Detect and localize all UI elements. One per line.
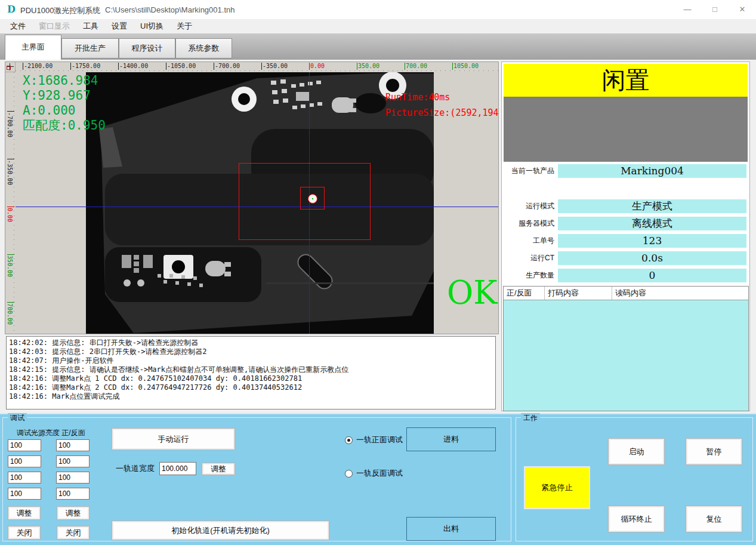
h-ruler-tick-label: -1400.00: [119, 63, 148, 69]
radio-front-circle[interactable]: [345, 436, 353, 444]
h-ruler-tick: [214, 63, 214, 70]
menu-ui-switch[interactable]: UI切换: [134, 19, 170, 33]
h-ruler-tick: [261, 63, 262, 70]
work-groupbox: 工作 紧急停止 启动 暂停 循环终止 复位: [516, 417, 753, 541]
work-order-label: 工单号: [502, 234, 554, 248]
close-light-back-button[interactable]: 关闭: [57, 526, 90, 540]
menu-tools[interactable]: 工具: [76, 19, 105, 33]
h-ruler-tick: [309, 63, 310, 70]
col-read-content: 读码内容: [612, 287, 748, 300]
camera-viewer-panel: -2100.00-1750.00-1400.00-1050.00-700.00-…: [5, 61, 499, 334]
h-ruler-tick-label: -1050.00: [167, 63, 196, 69]
brightness-input-col2-1[interactable]: [56, 455, 90, 467]
radio-track-front-debug[interactable]: 一轨正面调试: [345, 435, 403, 445]
close-light-front-button[interactable]: 关闭: [8, 526, 41, 540]
tab-system-params[interactable]: 系统参数: [175, 38, 232, 58]
menu-window-display: 窗口显示: [32, 19, 76, 33]
v-ruler-tick-label: -700.00: [7, 112, 13, 137]
brightness-input-col2-3[interactable]: [56, 488, 90, 500]
manual-run-button[interactable]: 手动运行: [112, 428, 235, 450]
v-ruler-tick: [7, 302, 14, 303]
status-gray-display: [504, 97, 748, 162]
run-ct-value: 0.0s: [558, 251, 746, 265]
window-title: PDU1000激光控制系统: [20, 5, 100, 16]
tab-program-design[interactable]: 程序设计: [119, 38, 175, 58]
menu-about[interactable]: 关于: [170, 19, 199, 33]
feed-button[interactable]: 进料: [406, 427, 496, 451]
brightness-input-col1-0[interactable]: [8, 439, 41, 451]
init-track-button[interactable]: 初始化轨道(开机请先初始化): [112, 521, 329, 540]
h-ruler-tick-label: -2100.00: [24, 63, 53, 69]
log-line: 18:42:16: Mark点位置调试完成: [9, 392, 493, 401]
run-mode-label: 运行模式: [502, 199, 554, 213]
menu-settings[interactable]: 设置: [105, 19, 134, 33]
run-mode-value: 生产模式: [558, 199, 746, 213]
ruler-origin-icon: [5, 62, 16, 72]
h-ruler-tick: [70, 63, 71, 70]
result-ok-text: OK: [447, 274, 498, 312]
maximize-button[interactable]: □: [701, 0, 729, 19]
start-button[interactable]: 启动: [608, 438, 665, 465]
menu-file[interactable]: 文件: [4, 19, 32, 33]
v-ruler-tick-label: 350.00: [7, 255, 13, 277]
v-ruler-tick: [7, 207, 14, 207]
runtime-overlay-text: RunTime:40ms: [385, 92, 450, 103]
code-table: 正/反面 打码内容 读码内容: [503, 286, 749, 411]
main-content: -2100.00-1750.00-1400.00-1050.00-700.00-…: [0, 60, 756, 413]
brightness-input-col2-0[interactable]: [56, 439, 90, 451]
tab-main[interactable]: 主界面: [5, 35, 61, 60]
minimize-button[interactable]: —: [674, 0, 701, 19]
radio-back-label: 一轨反面调试: [356, 468, 403, 479]
brightness-input-col1-2[interactable]: [8, 472, 41, 484]
log-line: 18:42:16: 调整Mark点 1 CCD dx: 0.2476751024…: [9, 374, 493, 383]
cycle-stop-button[interactable]: 循环终止: [608, 506, 665, 532]
radio-back-circle[interactable]: [345, 470, 353, 478]
debug-group-title: 调试: [8, 413, 27, 423]
code-table-header: 正/反面 打码内容 读码内容: [504, 287, 748, 300]
v-ruler: -700.00-350.000.00350.00700.00: [5, 72, 16, 334]
radio-front-label: 一轨正面调试: [356, 435, 403, 445]
track-width-adjust-button[interactable]: 调整: [202, 463, 235, 475]
bottom-control-panel: 调试 调试光源亮度 正/反面 调整 调整 关闭 关闭 手动运行 一轨道宽度 调整…: [0, 413, 756, 545]
col-front-back: 正/反面: [504, 287, 545, 300]
h-ruler-tick-label: 350.00: [358, 63, 379, 69]
reset-button[interactable]: 复位: [686, 506, 742, 532]
tab-strip: 主界面 开批生产 程序设计 系统参数: [0, 33, 756, 60]
production-count-label: 生产数量: [502, 269, 554, 282]
v-ruler-tick-label: 700.00: [7, 303, 13, 325]
radio-track-back-debug[interactable]: 一轨反面调试: [345, 468, 403, 479]
col-mark-content: 打码内容: [545, 287, 612, 300]
brightness-col2: [56, 439, 90, 500]
title-bar: D PDU1000激光控制系统 C:\Users\still\Desktop\M…: [0, 0, 756, 19]
v-ruler-tick: [7, 111, 14, 112]
picture-size-overlay-text: PictureSize:(2592,1944): [385, 107, 498, 118]
pause-button[interactable]: 暂停: [686, 438, 742, 465]
close-button[interactable]: ✕: [729, 0, 756, 19]
menu-bar: 文件 窗口显示 工具 设置 UI切换 关于: [0, 19, 756, 33]
camera-viewport[interactable]: X:1686.984Y:928.967A:0.000匹配度:0.950 RunT…: [16, 72, 498, 334]
track-width-input[interactable]: [159, 462, 196, 475]
tab-batch-production[interactable]: 开批生产: [61, 38, 119, 58]
product-value: Marking004: [558, 164, 746, 178]
track-width-label: 一轨道宽度: [116, 462, 155, 475]
h-ruler-tick: [405, 63, 405, 70]
discharge-button[interactable]: 出料: [406, 517, 496, 541]
log-line: 18:42:03: 提示信息: 2串口打开失败->请检查光源控制器2: [9, 347, 493, 356]
brightness-label: 调试光源亮度 正/反面: [17, 428, 85, 438]
h-ruler-tick-label: -1750.00: [72, 63, 100, 69]
log-line: 18:42:15: 提示信息: 请确认是否继续->Mark点和镭射点不可单独调整…: [9, 365, 493, 374]
emergency-stop-button[interactable]: 紧急停止: [524, 466, 590, 509]
brightness-input-col2-2[interactable]: [56, 472, 90, 484]
h-ruler-tick-label: 0.00: [310, 63, 325, 69]
brightness-input-col1-1[interactable]: [8, 455, 41, 467]
v-ruler-tick: [7, 254, 14, 255]
product-label: 当前一轨产品: [502, 164, 554, 178]
production-count-value: 0: [558, 269, 746, 282]
h-ruler-tick-label: 1050.00: [453, 63, 479, 69]
brightness-input-col1-3[interactable]: [8, 488, 41, 500]
h-ruler-tick: [357, 63, 357, 70]
adjust-brightness-back-button[interactable]: 调整: [57, 506, 90, 520]
match-overlay-text: X:1686.984Y:928.967A:0.000匹配度:0.950: [23, 73, 106, 133]
log-panel[interactable]: 18:42:02: 提示信息: 串口打开失败->请检查光源控制器18:42:03…: [6, 336, 496, 409]
adjust-brightness-front-button[interactable]: 调整: [8, 506, 41, 520]
